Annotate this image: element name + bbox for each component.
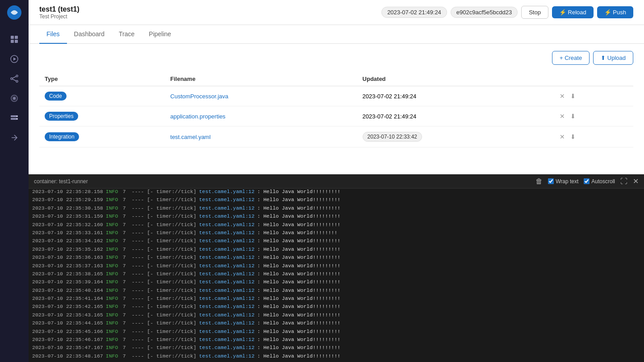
log-file: test.camel.yaml:12 (199, 319, 255, 327)
log-thread: ---- [- timer://tick] (132, 344, 197, 352)
log-file: test.camel.yaml:12 (199, 295, 255, 303)
log-timestamp: 2023-07-10 22:35:29.159 (32, 196, 103, 204)
page-title: test1 (test1) (39, 5, 381, 13)
log-line: 2023-07-10 22:35:31.159INFO7---- [- time… (32, 212, 640, 220)
push-button[interactable]: ⚡ Push (597, 6, 633, 18)
sidebar (0, 0, 29, 362)
tab-trace[interactable]: Trace (112, 25, 142, 44)
log-level: INFO (106, 311, 120, 319)
wrap-text-checkbox[interactable]: Wrap text (548, 178, 578, 185)
clear-log-button[interactable]: 🗑 (535, 177, 543, 185)
log-file: test.camel.yaml:12 (199, 245, 255, 253)
sidebar-icon-projects[interactable] (5, 30, 23, 48)
updated-text: 2023-07-02 21:49:24 (363, 93, 417, 100)
file-table: Type Filename Updated Code CustomProcess… (39, 72, 633, 147)
svg-rect-3 (11, 40, 14, 43)
log-line: 2023-07-10 22:35:29.159INFO7---- [- time… (32, 196, 640, 204)
col-type: Type (39, 72, 165, 86)
log-message: : Hello Java World!!!!!!!!! (257, 278, 340, 286)
log-file: test.camel.yaml:12 (199, 189, 255, 196)
sidebar-icon-storage[interactable] (5, 109, 23, 127)
log-thread: ---- [- timer://tick] (132, 270, 197, 278)
stop-button[interactable]: Stop (521, 6, 548, 19)
log-thread: ---- [- timer://tick] (132, 278, 197, 286)
log-timestamp: 2023-07-10 22:35:28.158 (32, 189, 103, 196)
log-message: : Hello Java World!!!!!!!!! (257, 262, 340, 270)
reload-button[interactable]: ⚡ Reload (552, 6, 594, 18)
log-timestamp: 2023-07-10 22:35:30.158 (32, 204, 103, 212)
log-message: : Hello Java World!!!!!!!!! (257, 352, 340, 360)
log-num: 7 (123, 204, 129, 212)
page-subtitle: Test Project (39, 13, 381, 20)
close-log-button[interactable]: ✕ (633, 177, 639, 185)
file-link[interactable]: CustomProcessor.java (170, 93, 228, 100)
log-file: test.camel.yaml:12 (199, 352, 255, 360)
delete-file-button[interactable]: ✕ (559, 92, 566, 101)
log-thread: ---- [- timer://tick] (132, 253, 197, 261)
sidebar-icon-services[interactable] (5, 89, 23, 107)
log-num: 7 (123, 229, 129, 237)
delete-file-button[interactable]: ✕ (559, 132, 566, 141)
log-level: INFO (106, 245, 120, 253)
log-message: : Hello Java World!!!!!!!!! (257, 237, 340, 245)
type-badge: Code (45, 92, 67, 101)
file-actions: ✕ ⬇ (559, 132, 628, 141)
cell-type: Code (39, 86, 165, 106)
log-level: INFO (106, 189, 120, 196)
log-file: test.camel.yaml:12 (199, 237, 255, 245)
type-badge: Integration (45, 132, 79, 141)
table-row: Integration test.camel.yaml 2023-07-10 2… (39, 126, 633, 147)
log-level: INFO (106, 270, 120, 278)
log-level: INFO (106, 336, 120, 344)
log-line: 2023-07-10 22:35:38.165INFO7---- [- time… (32, 270, 640, 278)
download-file-button[interactable]: ⬇ (569, 92, 577, 101)
tab-pipeline[interactable]: Pipeline (142, 25, 178, 44)
log-line: 2023-07-10 22:35:34.162INFO7---- [- time… (32, 237, 640, 245)
log-timestamp: 2023-07-10 22:35:36.163 (32, 253, 103, 261)
log-timestamp: 2023-07-10 22:35:46.167 (32, 336, 103, 344)
header: test1 (test1) Test Project 2023-07-02 21… (29, 0, 644, 25)
log-file: test.camel.yaml:12 (199, 311, 255, 319)
log-timestamp: 2023-07-10 22:35:34.162 (32, 237, 103, 245)
file-link[interactable]: application.properties (170, 113, 226, 120)
log-thread: ---- [- timer://tick] (132, 311, 197, 319)
tab-files[interactable]: Files (39, 25, 67, 44)
log-thread: ---- [- timer://tick] (132, 336, 197, 344)
svg-rect-2 (15, 36, 18, 39)
download-file-button[interactable]: ⬇ (569, 132, 577, 141)
log-message: : Hello Java World!!!!!!!!! (257, 328, 340, 336)
file-actions: ✕ ⬇ (559, 112, 628, 121)
app-logo[interactable] (5, 4, 23, 21)
create-button[interactable]: + Create (552, 51, 590, 65)
log-line: 2023-07-10 22:35:47.167INFO7---- [- time… (32, 344, 640, 352)
delete-file-button[interactable]: ✕ (559, 112, 566, 121)
log-message: : Hello Java World!!!!!!!!! (257, 303, 340, 311)
log-level: INFO (106, 221, 120, 229)
log-level: INFO (106, 204, 120, 212)
autoscroll-input[interactable] (584, 178, 590, 184)
download-file-button[interactable]: ⬇ (569, 112, 577, 121)
sidebar-icon-integrations[interactable] (5, 129, 23, 147)
sidebar-icon-runs[interactable] (5, 50, 23, 68)
tabs: Files Dashboard Trace Pipeline (29, 25, 644, 44)
log-level: INFO (106, 278, 120, 286)
wrap-text-input[interactable] (548, 178, 554, 184)
log-header: container: test1-runner 🗑 Wrap text Auto… (29, 174, 644, 189)
expand-log-button[interactable]: ⛶ (620, 177, 627, 185)
log-message: : Hello Java World!!!!!!!!! (257, 189, 340, 196)
sidebar-icon-pipelines[interactable] (5, 70, 23, 88)
upload-button[interactable]: ⬆ Upload (593, 51, 633, 65)
log-body: 2023-07-10 22:35:28.158INFO7---- [- time… (29, 189, 644, 362)
log-level: INFO (106, 253, 120, 261)
cell-filename: CustomProcessor.java (165, 86, 357, 106)
log-line: 2023-07-10 22:35:45.166INFO7---- [- time… (32, 328, 640, 336)
autoscroll-checkbox[interactable]: Autoscroll (584, 178, 615, 185)
tab-dashboard[interactable]: Dashboard (67, 25, 112, 44)
log-level: INFO (106, 212, 120, 220)
updated-badge: 2023-07-10 22:33:42 (363, 132, 422, 142)
log-thread: ---- [- timer://tick] (132, 229, 197, 237)
log-file: test.camel.yaml:12 (199, 344, 255, 352)
container-label: container: test1-runner (34, 178, 88, 185)
file-link[interactable]: test.camel.yaml (170, 134, 210, 140)
log-line: 2023-07-10 22:35:46.167INFO7---- [- time… (32, 336, 640, 344)
